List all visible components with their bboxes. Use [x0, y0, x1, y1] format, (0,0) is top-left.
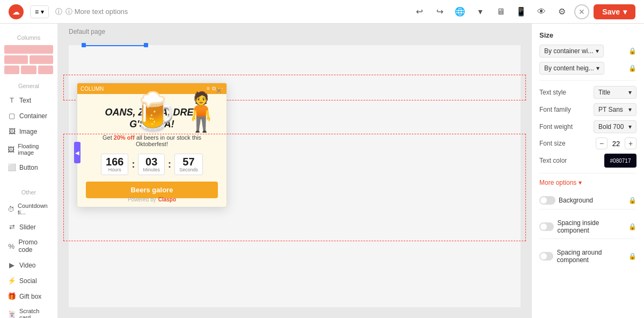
text-options-label: ⓘ More text options — [65, 7, 128, 17]
sidebar-item-social[interactable]: ⚡ Social — [4, 274, 53, 287]
minutes-value: 03 — [143, 156, 160, 167]
font-size-minus[interactable]: − — [596, 138, 608, 149]
info-icon: ⓘ — [55, 7, 62, 17]
sidebar-item-text[interactable]: T Text — [4, 93, 53, 107]
desktop-button[interactable]: 🖥 — [493, 4, 509, 20]
popup-card: COLUMN ≡ ⧉ ⋯ ✕ OANS, ZWOA, DREI, G'SUFFA… — [77, 83, 227, 207]
background-lock[interactable]: 🔒 — [628, 197, 636, 204]
menu-button[interactable]: ≡ ▾ — [30, 5, 49, 18]
selection-outline-top — [84, 45, 146, 47]
divider-2 — [539, 173, 636, 174]
hours-label: Hours — [106, 167, 123, 172]
close-button[interactable]: ✕ — [574, 4, 589, 19]
container-icon: ▢ — [8, 112, 16, 120]
column-layouts — [4, 45, 53, 74]
countdown-hours: 166 Hours — [101, 154, 128, 175]
scratch-icon: 🃏 — [8, 310, 16, 319]
more-options-chevron: ▾ — [579, 179, 582, 186]
col-icon-align[interactable]: ≡ — [207, 85, 210, 92]
font-size-value: 22 — [610, 140, 623, 148]
text-options-link[interactable]: ⓘ ⓘ More text options — [55, 7, 128, 17]
col-layout-1[interactable] — [4, 45, 53, 54]
divider-1 — [539, 80, 636, 81]
preview-button[interactable]: 👁 — [533, 4, 550, 20]
background-toggle[interactable] — [539, 196, 555, 205]
save-button[interactable]: Save ▾ — [594, 4, 635, 19]
spacing-around-toggle-group: Spacing around component — [539, 249, 626, 264]
sidebar-item-image[interactable]: 🖼 Image — [4, 125, 53, 138]
sidebar-label-scratch: Scratch card — [19, 308, 50, 318]
countdown-seconds: 57 Seconds — [174, 154, 203, 175]
globe-button[interactable]: 🌐 — [452, 4, 468, 20]
font-family-dropdown[interactable]: PT Sans ▾ — [594, 103, 636, 116]
handle-tl[interactable] — [82, 43, 86, 47]
social-icon: ⚡ — [8, 277, 16, 285]
font-size-plus[interactable]: + — [625, 138, 636, 149]
size-content-lock[interactable]: 🔒 — [628, 64, 636, 72]
right-panel: Size By container wi... ▾ 🔒 By content h… — [531, 24, 644, 318]
text-color-label: Text color — [539, 157, 567, 164]
hamburger-icon: ≡ — [35, 8, 39, 16]
text-style-label: Text style — [539, 89, 566, 96]
text-icon: T — [8, 96, 16, 104]
font-weight-chevron: ▾ — [628, 123, 632, 131]
sidebar-label-gift: Gift box — [19, 293, 41, 300]
dropdown-button[interactable]: ▾ — [472, 4, 488, 20]
popup-close-button[interactable]: ✕ — [216, 86, 222, 95]
sidebar-label-floating-image: Floating image — [18, 143, 50, 156]
color-hex-value: #080717 — [610, 158, 631, 164]
col-layout-2[interactable] — [4, 55, 53, 64]
settings-button[interactable]: ⚙ — [554, 4, 570, 20]
general-section-title: General — [4, 83, 53, 89]
font-family-value: PT Sans — [598, 106, 623, 113]
sidebar-item-slider[interactable]: ⇄ Slider — [4, 220, 53, 234]
col-icon-copy[interactable]: ⧉ — [212, 85, 216, 92]
text-style-row: Text style Title ▾ — [539, 86, 636, 99]
size-row-container: By container wi... ▾ 🔒 — [539, 45, 636, 57]
spacing-around-lock[interactable]: 🔒 — [628, 252, 636, 260]
menu-dropdown-icon: ▾ — [41, 8, 44, 16]
size-container-lock[interactable]: 🔒 — [628, 47, 636, 55]
spacing-inside-lock[interactable]: 🔒 — [628, 223, 636, 230]
redo-button[interactable]: ↪ — [431, 4, 448, 20]
font-weight-label: Font weight — [539, 123, 573, 131]
size-content-dropdown[interactable]: By content heig... ▾ — [539, 62, 604, 75]
canvas-white-area[interactable]: COLUMN ≡ ⧉ ⋯ ✕ OANS, ZWOA, DREI, G'SUFFA… — [69, 45, 521, 307]
sidebar-item-floating-image[interactable]: 🖼 Floating image — [4, 140, 53, 158]
sidebar-item-countdown[interactable]: ⏱ Countdown ti... — [4, 200, 53, 218]
sidebar-item-scratch-card[interactable]: 🃏 Scratch card — [4, 305, 53, 318]
text-style-dropdown[interactable]: Title ▾ — [594, 86, 636, 99]
size-container-dropdown[interactable]: By container wi... ▾ — [539, 45, 604, 57]
left-sidebar: Columns General T Text ▢ Container — [0, 24, 58, 318]
popup-cta-button[interactable]: Beers galore — [86, 182, 218, 198]
undo-button[interactable]: ↩ — [411, 4, 427, 20]
popup-subtitle: Get 20% off all beers in our stock this … — [86, 134, 218, 147]
spacing-around-toggle[interactable] — [539, 252, 553, 261]
popup-title: OANS, ZWOA, DREI, G'SUFFA! — [86, 107, 218, 130]
handle-tr[interactable] — [144, 43, 148, 47]
sidebar-item-button[interactable]: ⬜ Button — [4, 161, 53, 174]
spacing-around-label: Spacing around component — [557, 249, 626, 264]
spacing-inside-toggle[interactable] — [539, 222, 554, 231]
font-weight-dropdown[interactable]: Bold 700 ▾ — [594, 120, 636, 133]
col-block-left — [4, 55, 28, 64]
powered-by-text: Powered by — [128, 197, 156, 203]
sidebar-item-video[interactable]: ▶ Video — [4, 258, 53, 272]
countdown-minutes: 03 Minutes — [138, 154, 165, 175]
col-layout-3[interactable] — [4, 66, 53, 74]
sidebar-item-container[interactable]: ▢ Container — [4, 109, 53, 122]
font-size-label: Font size — [539, 140, 592, 147]
sidebar-label-text: Text — [19, 97, 31, 104]
text-color-swatch[interactable]: #080717 — [604, 154, 636, 168]
more-options-button[interactable]: More options ▾ — [539, 179, 636, 186]
text-style-chevron: ▾ — [628, 89, 632, 96]
mobile-button[interactable]: 📱 — [513, 4, 529, 20]
sidebar-item-promo-code[interactable]: % Promo code — [4, 236, 53, 256]
col-block-1 — [4, 66, 19, 74]
columns-section-title: Columns — [4, 34, 53, 41]
font-weight-row: Font weight Bold 700 ▾ — [539, 120, 636, 133]
sidebar-label-button: Button — [19, 164, 38, 171]
purple-handle[interactable]: ◀ — [74, 142, 80, 163]
sidebar-item-gift-box[interactable]: 🎁 Gift box — [4, 290, 53, 303]
font-size-stepper: − 22 + — [596, 138, 636, 149]
